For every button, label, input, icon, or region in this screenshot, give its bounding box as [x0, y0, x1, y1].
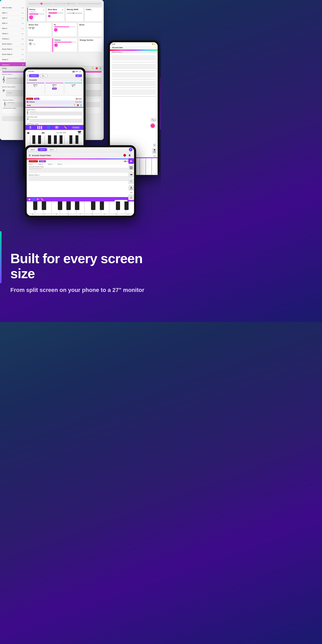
acoustic-label: Acoustic	[29, 79, 37, 81]
track-cell-verse: Verse ⊘ ★★	[27, 38, 51, 52]
bars-icon[interactable]: ▐▐▐	[37, 126, 42, 129]
rewind-button[interactable]: ⏮	[41, 131, 45, 135]
pb-section-labels: Intro 1 Intro 2 Intro 3 Intro 4	[27, 163, 134, 165]
souly-label: ♫ Souly 2	[29, 11, 44, 13]
add-button[interactable]: +	[129, 148, 132, 151]
track-title: 5s	[54, 24, 76, 26]
pb-tab-intro4[interactable]: Intro 4	[47, 148, 57, 151]
percent-label: 12%	[130, 192, 132, 193]
sidebar-item[interactable]: Intro 3≡	[0, 21, 26, 26]
rewind-btn[interactable]: ▶	[29, 198, 31, 201]
souly-label: Souly	[39, 160, 46, 162]
instrument-label: Electric Piano 1	[110, 51, 158, 53]
chorus-indicator	[26, 101, 29, 103]
chorus-label: Chorus	[29, 101, 35, 103]
track-title: Melody 084f8	[67, 9, 82, 10]
transport-controls: ▶ ⏮ 𝅗𝅥 x1.00 123 🎹	[25, 130, 83, 135]
track-title: Boom	[79, 24, 101, 26]
tab-chorus1[interactable]: Chorus 1	[29, 74, 39, 77]
pb-tab-intro2[interactable]: Intro 2	[28, 148, 37, 151]
sub-headline: From split screen on your phone to a 27"…	[10, 286, 149, 294]
text-section: Built for every screen size From split s…	[0, 223, 161, 322]
list-icon[interactable]	[128, 165, 134, 171]
pencil-icon[interactable]: ✏️	[64, 126, 67, 129]
key-e: E	[62, 213, 74, 215]
souly-close-button[interactable]: ✕ Souly	[72, 126, 80, 129]
key-c2: C	[122, 213, 134, 215]
piano-staff: 𝄞 ♩♩♪♩♩♩♪♩♩♩♪♩	[26, 111, 82, 116]
track-cell-boom: Boom	[78, 23, 102, 37]
track-cell-strange: Strange Section	[78, 38, 102, 52]
transport-bar: 🎛 ▐▐▐ 🌐 👁 ✏️ ✕ Souly	[25, 125, 83, 130]
phone-tab-bar: ≡ Chorus 1 Dru... 364 +	[25, 73, 83, 78]
sidebar-item[interactable]: Intro 4≡	[0, 26, 26, 31]
time-display: 3:35	[112, 43, 115, 45]
globe-btn[interactable]: 🌐	[32, 198, 35, 201]
sidebar-item[interactable]: Intro 2≡	[0, 16, 26, 21]
piano-icon[interactable]: 🎹	[78, 131, 81, 135]
globe-icon[interactable]: 🌐	[47, 126, 50, 129]
person-btn[interactable]	[128, 185, 134, 191]
track-cell-5s: 5s 🔊	[53, 23, 77, 37]
eye-icon[interactable]: 👁	[55, 126, 59, 129]
phone-track-row: Electric ... Electric ... Souly Lead8 ..…	[25, 82, 83, 96]
track-cell-chorus2: Chorus 🔊	[52, 38, 77, 52]
zoom-in-button[interactable]: 🔍+	[150, 118, 157, 122]
track-title: Electric ...	[27, 84, 44, 87]
sidebar-item[interactable]: Intro to Intro≡	[0, 5, 26, 10]
metronome-btn[interactable]: 🔒	[128, 194, 134, 200]
mixer-icon[interactable]: 🎛	[29, 126, 32, 129]
bass-clef: 𝄢	[2, 89, 5, 94]
sidebar-item[interactable]: Drum Solo 3≡	[0, 52, 26, 57]
play-button[interactable]: 🔊	[29, 15, 33, 19]
track-cell-stress: Stress Test	[27, 23, 52, 37]
pb-staff-electric	[29, 176, 132, 181]
zoom-fit-btn[interactable]: ⤡	[128, 178, 134, 184]
track-title: Chorus	[29, 9, 36, 10]
souly-button[interactable]: Souly	[34, 98, 39, 100]
import-button[interactable]: 📥 Import	[75, 98, 83, 100]
tab-drums[interactable]: Dru...	[40, 74, 47, 77]
track-title: Electric ...	[46, 84, 62, 87]
sidebar-item[interactable]: Drum Solo 1≡	[0, 41, 26, 47]
record-dot	[123, 154, 126, 157]
track-cell-melody: Melody 084f8	[66, 7, 83, 22]
sidebar-item[interactable]: Intro 1≡	[0, 10, 26, 16]
delete-button[interactable]: 🗑	[127, 153, 132, 158]
phone-bottom: Intro 2 Intro 3 Intro 4 + ⚙ Acoustic Gra…	[25, 145, 136, 218]
main-headline: Built for every screen size	[10, 251, 149, 281]
svg-rect-2	[130, 167, 133, 168]
play-sidebar-btn[interactable]: ▶	[128, 158, 134, 164]
sidebar-item[interactable]: Verse 1≡	[0, 31, 26, 36]
add-section-button[interactable]: 364 +	[75, 74, 82, 77]
pencil-btn[interactable]: ✏️	[40, 198, 44, 201]
key-b2: B	[110, 213, 122, 215]
skip-back-btn[interactable]: ⏮	[128, 172, 134, 177]
time-display: 3:44 PM	[28, 71, 34, 72]
key-a: A	[98, 213, 110, 215]
play-button[interactable]: ▶	[27, 131, 30, 135]
pb-tab-intro3[interactable]: Intro 3	[38, 148, 47, 151]
volume-slider[interactable]	[29, 13, 44, 15]
tempo-display: 𝅗𝅥 x1.00 123	[56, 131, 66, 134]
pb-score-area: Acoustic Grand Piano ♩♩♩♪♩♩♩♩♩♩♪♩♩♩♩♩♩♩♩…	[27, 165, 134, 197]
record-label: ● Record	[29, 160, 38, 162]
pb-piano-keyboard[interactable]: B C D E F G A B C	[27, 201, 134, 216]
track-title: Strange Section	[80, 39, 101, 41]
track-title: Verse	[29, 39, 50, 41]
sidebar-item[interactable]: Chorus 1≡	[0, 36, 26, 41]
bass-instrument-label: Electric Bass (pick)	[25, 116, 83, 118]
pb-tab-row: Intro 2 Intro 3 Intro 4 +	[27, 147, 134, 152]
key-f: F	[74, 213, 86, 215]
record-button[interactable]: ●Record	[26, 98, 33, 100]
gear-icon[interactable]: ⚙	[29, 154, 31, 157]
souly-label: Souly	[27, 104, 31, 106]
sidebar-item[interactable]: Verse 2≡	[0, 57, 26, 62]
record-button[interactable]: 🔴	[150, 123, 155, 128]
zoom-controls: 🔍+ 🔴	[150, 118, 157, 128]
sidebar-item[interactable]: Drum Solo 2≡	[0, 47, 26, 52]
phone-status-bar: 3:44 PM ▐▐ WiFi 🔋	[25, 69, 83, 73]
phone-right-status: 3:35 📶 🔋	[110, 42, 158, 46]
eye-btn[interactable]: 👁	[37, 198, 39, 201]
key-d: D	[51, 213, 62, 215]
